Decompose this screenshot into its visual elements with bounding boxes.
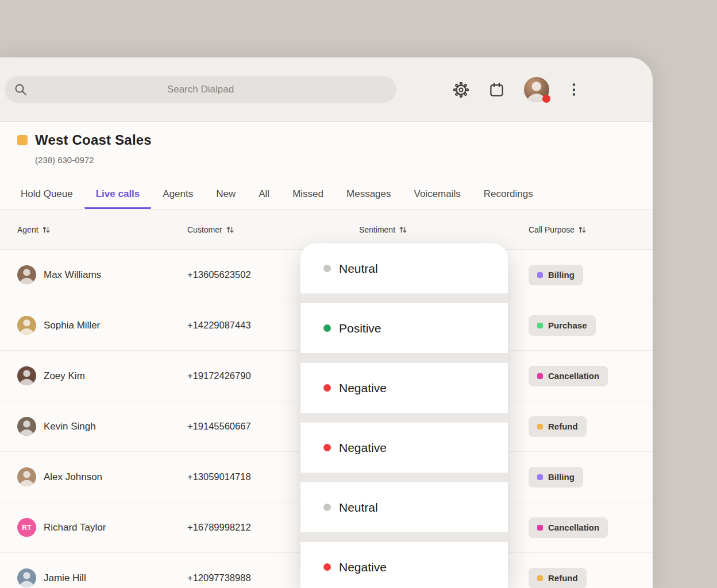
agent-avatar bbox=[17, 265, 36, 284]
sort-icon bbox=[579, 226, 586, 234]
call-purpose-badge: Purchase bbox=[529, 315, 596, 336]
column-header-call-purpose[interactable]: Call Purpose bbox=[529, 225, 653, 234]
user-avatar[interactable] bbox=[524, 77, 549, 102]
agent-name: Alex Johnson bbox=[44, 471, 102, 483]
department-color-swatch bbox=[17, 135, 28, 145]
search-placeholder: Search Dialpad bbox=[167, 84, 234, 95]
agent-name: Kevin Singh bbox=[44, 421, 96, 432]
purpose-color-dot bbox=[537, 272, 543, 278]
purpose-label: Cancellation bbox=[548, 371, 599, 381]
column-label: Sentiment bbox=[359, 225, 395, 234]
agent-name: Sophia Miller bbox=[44, 320, 100, 331]
sentiment-label: Neutral bbox=[339, 501, 378, 514]
purpose-label: Refund bbox=[548, 573, 578, 583]
tab-all[interactable]: All bbox=[247, 188, 281, 209]
agent-avatar bbox=[17, 467, 36, 486]
topbar: Search Dialpad bbox=[0, 57, 653, 122]
sentiment-dot bbox=[323, 324, 331, 332]
call-purpose-badge: Billing bbox=[529, 467, 583, 488]
overflow-menu-button[interactable]: ⋮ bbox=[569, 82, 579, 98]
department-header: West Coast Sales (238) 630-0972 bbox=[17, 132, 152, 165]
notification-dot bbox=[542, 95, 550, 103]
sentiment-dot bbox=[323, 265, 331, 272]
purpose-label: Refund bbox=[548, 421, 578, 431]
tab-hold-queue[interactable]: Hold Queue bbox=[9, 188, 84, 209]
agent-avatar: RT bbox=[17, 518, 36, 537]
calendar-icon bbox=[489, 82, 504, 98]
sentiment-item[interactable]: Negative bbox=[300, 423, 508, 473]
overflow-menu-icon: ⋮ bbox=[567, 86, 581, 94]
avatar-initials: RT bbox=[22, 524, 32, 532]
call-purpose-badge: Billing bbox=[529, 265, 583, 285]
sentiment-column-overlay: Neutral Positive Negative Negative Neutr… bbox=[300, 243, 508, 588]
purpose-label: Cancellation bbox=[548, 523, 599, 532]
sentiment-item[interactable]: Negative bbox=[300, 542, 508, 588]
sort-icon bbox=[226, 226, 234, 234]
sentiment-label: Neutral bbox=[339, 262, 378, 276]
calendar-button[interactable] bbox=[488, 82, 504, 98]
sentiment-label: Negative bbox=[339, 560, 387, 574]
sentiment-label: Positive bbox=[339, 322, 381, 335]
purpose-label: Purchase bbox=[548, 320, 587, 330]
tab-bar: Hold Queue Live calls Agents New All Mis… bbox=[0, 185, 653, 210]
purpose-label: Billing bbox=[548, 270, 575, 280]
purpose-color-dot bbox=[537, 525, 543, 531]
tab-agents[interactable]: Agents bbox=[151, 188, 205, 209]
column-label: Call Purpose bbox=[529, 225, 575, 234]
call-purpose-badge: Refund bbox=[529, 568, 587, 588]
gear-icon bbox=[453, 82, 469, 98]
purpose-color-dot bbox=[537, 474, 543, 480]
agent-avatar bbox=[17, 366, 36, 385]
column-header-agent[interactable]: Agent bbox=[0, 225, 187, 234]
department-phone: (238) 630-0972 bbox=[35, 155, 152, 165]
tab-missed[interactable]: Missed bbox=[281, 188, 335, 209]
sentiment-item[interactable]: Negative bbox=[300, 363, 508, 413]
tab-new[interactable]: New bbox=[205, 188, 247, 209]
sentiment-item[interactable]: Positive bbox=[300, 303, 508, 353]
tab-messages[interactable]: Messages bbox=[335, 188, 402, 209]
agent-avatar bbox=[17, 316, 36, 335]
search-input[interactable]: Search Dialpad bbox=[5, 76, 396, 103]
agent-name: Richard Taylor bbox=[44, 522, 106, 533]
column-label: Agent bbox=[17, 225, 38, 234]
call-purpose-badge: Refund bbox=[529, 416, 587, 437]
sentiment-dot bbox=[323, 563, 331, 571]
agent-avatar bbox=[17, 568, 36, 587]
sort-icon bbox=[399, 226, 407, 234]
sentiment-label: Negative bbox=[339, 381, 387, 395]
sentiment-item[interactable]: Neutral bbox=[300, 243, 508, 293]
settings-button[interactable] bbox=[453, 82, 469, 98]
search-icon bbox=[14, 83, 28, 96]
column-header-sentiment[interactable]: Sentiment bbox=[359, 225, 529, 234]
purpose-color-dot bbox=[537, 323, 543, 328]
column-label: Customer bbox=[187, 225, 222, 234]
sentiment-dot bbox=[323, 444, 331, 451]
agent-name: Jamie Hill bbox=[44, 572, 86, 584]
sentiment-dot bbox=[323, 384, 331, 392]
purpose-label: Billing bbox=[548, 472, 575, 482]
page-title: West Coast Sales bbox=[35, 132, 152, 148]
tab-recordings[interactable]: Recordings bbox=[472, 188, 545, 209]
column-header-customer[interactable]: Customer bbox=[187, 225, 359, 234]
call-purpose-badge: Cancellation bbox=[529, 366, 608, 386]
agent-name: Max Williams bbox=[44, 269, 101, 281]
tab-voicemails[interactable]: Voicemails bbox=[403, 188, 472, 209]
tab-live-calls[interactable]: Live calls bbox=[84, 188, 152, 209]
app-window: Search Dialpad bbox=[0, 57, 653, 588]
agent-avatar bbox=[17, 417, 36, 436]
purpose-color-dot bbox=[537, 373, 543, 379]
sentiment-item[interactable]: Neutral bbox=[300, 482, 508, 532]
purpose-color-dot bbox=[537, 424, 543, 430]
agent-name: Zoey Kim bbox=[44, 370, 85, 382]
purpose-color-dot bbox=[537, 575, 543, 581]
sentiment-dot bbox=[323, 504, 331, 511]
sort-icon bbox=[43, 226, 50, 234]
call-purpose-badge: Cancellation bbox=[529, 517, 608, 538]
sentiment-label: Negative bbox=[339, 441, 387, 455]
